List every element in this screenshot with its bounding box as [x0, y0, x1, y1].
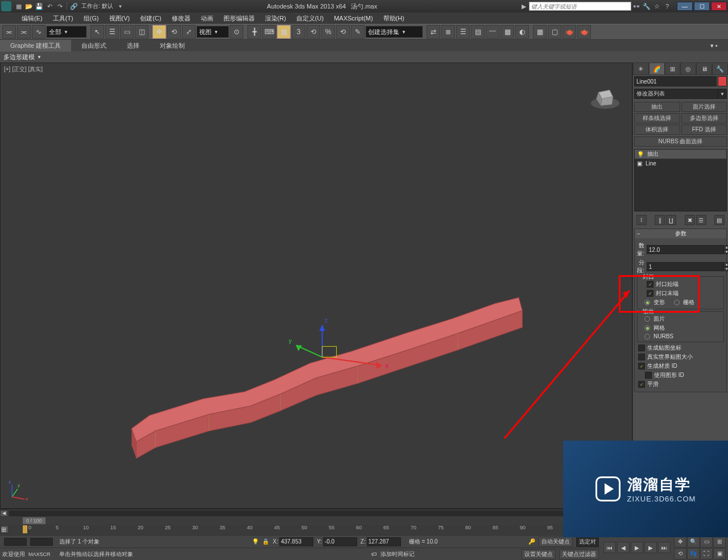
- menu-MAXScript(M)[interactable]: MAXScript(M): [329, 14, 377, 23]
- maximize-button[interactable]: ☐: [694, 2, 710, 11]
- layers-icon[interactable]: ☰: [456, 25, 470, 39]
- spinner-down-icon[interactable]: ▼: [723, 250, 728, 254]
- configure-icon[interactable]: ☰: [696, 215, 706, 225]
- ribbon-tab[interactable]: Graphite 建模工具: [0, 40, 71, 52]
- patch-radio[interactable]: [644, 316, 650, 322]
- prev-frame-icon[interactable]: ◀: [617, 542, 630, 553]
- menu-组(G)[interactable]: 组(G): [79, 13, 104, 24]
- minimize-button[interactable]: —: [677, 2, 693, 11]
- key-marker[interactable]: [23, 525, 27, 533]
- menu-修改器[interactable]: 修改器: [167, 13, 195, 24]
- pin-stack-icon[interactable]: ⟟: [636, 215, 647, 225]
- menu-帮助(H)[interactable]: 帮助(H): [379, 13, 409, 24]
- real-world-checkbox[interactable]: [638, 354, 645, 360]
- script-mini-icon[interactable]: [4, 538, 27, 546]
- selection-filter-combo[interactable]: 全部▼: [47, 26, 86, 38]
- modifier-preset-button[interactable]: 样条线选择: [634, 113, 680, 123]
- render-prod-icon[interactable]: 🫖: [577, 25, 591, 39]
- chevron-down-icon[interactable]: ▼: [116, 2, 125, 11]
- window-crossing-icon[interactable]: ◫: [135, 25, 148, 39]
- eye-icon[interactable]: 💡: [637, 151, 644, 157]
- schematic-icon[interactable]: ▦: [500, 25, 514, 39]
- link-icon[interactable]: 🔗: [69, 2, 78, 11]
- search-input[interactable]: [529, 2, 631, 11]
- frame-indicator[interactable]: 0 / 100: [23, 517, 46, 524]
- keyboard-shortcut-icon[interactable]: ⌨: [262, 25, 276, 39]
- layer-manager-icon[interactable]: ▤: [471, 25, 485, 39]
- nurbs-surface-select-button[interactable]: NURBS 曲面选择: [634, 136, 727, 147]
- ribbon-tab[interactable]: 对象绘制: [150, 40, 195, 52]
- menu-动画[interactable]: 动画: [196, 13, 218, 24]
- snap-2d-icon[interactable]: ▦: [277, 25, 291, 39]
- create-tab-icon[interactable]: ✳: [633, 63, 649, 75]
- pivot-icon[interactable]: ⊙: [230, 25, 243, 39]
- app-menu-icon[interactable]: [3, 14, 16, 23]
- spinner-snap-icon[interactable]: ⟲: [336, 25, 350, 39]
- edit-named-sel-icon[interactable]: ✎: [351, 25, 365, 39]
- menu-渲染(R)[interactable]: 渲染(R): [260, 13, 291, 24]
- bind-tool-icon[interactable]: ∿: [32, 25, 46, 39]
- cap-end-checkbox[interactable]: ✓: [647, 290, 653, 297]
- menu-视图(V)[interactable]: 视图(V): [105, 13, 135, 24]
- ribbon-options-icon[interactable]: ▾ ▪: [700, 40, 728, 51]
- menu-创建(C)[interactable]: 创建(C): [135, 13, 166, 24]
- smooth-checkbox[interactable]: ✓: [638, 381, 645, 388]
- percent-snap-icon[interactable]: %: [321, 25, 335, 39]
- ribbon-tab[interactable]: 自由形式: [71, 40, 117, 52]
- rect-select-icon[interactable]: ▭: [120, 25, 134, 39]
- menu-工具(T)[interactable]: 工具(T): [48, 13, 78, 24]
- scale-tool-icon[interactable]: ⤢: [182, 25, 196, 39]
- modifier-list-combo[interactable]: 修改器列表: [634, 89, 718, 99]
- nav-max-icon[interactable]: ⛶: [700, 548, 713, 559]
- object-name-input[interactable]: [634, 76, 717, 86]
- nav-zoom-icon[interactable]: 🔍: [687, 536, 700, 547]
- undo-icon[interactable]: ↶: [45, 2, 54, 11]
- modifier-stack[interactable]: 💡抽出 ▣Line: [634, 149, 727, 211]
- render-frame-icon[interactable]: ▢: [548, 25, 561, 39]
- arrow-icon[interactable]: ▶: [519, 2, 528, 11]
- nav-fov-icon[interactable]: ▭: [700, 536, 713, 547]
- key-filter-button[interactable]: 关键点过滤器: [559, 549, 599, 559]
- use-shape-id-checkbox[interactable]: [645, 372, 652, 379]
- mesh-radio[interactable]: [644, 325, 650, 331]
- remove-mod-icon[interactable]: ✖: [685, 215, 695, 225]
- nav-orbit-icon[interactable]: ⟲: [674, 548, 686, 559]
- cap-start-checkbox[interactable]: ✓: [647, 281, 653, 288]
- curve-editor-icon[interactable]: 〰: [486, 25, 499, 39]
- modifier-list-dropdown-icon[interactable]: ▼: [718, 89, 727, 99]
- selected-pair-combo[interactable]: 选定对: [576, 537, 599, 547]
- goto-end-icon[interactable]: ⏭: [658, 542, 671, 553]
- star-icon[interactable]: ☆: [652, 2, 661, 11]
- app-icon[interactable]: [1, 1, 11, 11]
- modifier-preset-button[interactable]: FFD 选择: [681, 125, 727, 135]
- stack-options-icon[interactable]: ▤: [714, 215, 725, 225]
- snap-3-icon[interactable]: 3: [292, 25, 305, 39]
- x-coord-input[interactable]: [279, 537, 313, 546]
- mirror-icon[interactable]: ⇄: [427, 25, 440, 39]
- nav-walk-icon[interactable]: 👣: [687, 548, 700, 559]
- spinner-up-icon[interactable]: ▲: [723, 245, 728, 250]
- set-key-button[interactable]: 设置关键点: [522, 549, 556, 559]
- time-tag-icon[interactable]: 🏷: [371, 551, 377, 557]
- ribbon-tab[interactable]: 选择: [117, 40, 150, 52]
- viewport[interactable]: [+] [正交] [真实] x: [0, 63, 632, 509]
- auto-key-button[interactable]: 自动关键点: [539, 537, 573, 547]
- add-time-tag[interactable]: 添加时间标记: [380, 550, 415, 558]
- select-tool-icon[interactable]: ↖: [90, 25, 104, 39]
- isolate-icon[interactable]: 💡: [252, 538, 259, 545]
- redo-icon[interactable]: ↷: [55, 2, 64, 11]
- utilities-tab-icon[interactable]: 🔧: [712, 63, 728, 75]
- z-coord-input[interactable]: [367, 537, 401, 546]
- modifier-preset-button[interactable]: 体积选择: [634, 125, 680, 135]
- nav-zoom-all-icon[interactable]: ⊞: [713, 536, 726, 547]
- unlink-tool-icon[interactable]: ⫘: [17, 25, 31, 39]
- select-name-icon[interactable]: ☰: [105, 25, 119, 39]
- play-icon[interactable]: ▶: [631, 542, 643, 553]
- gen-mapping-checkbox[interactable]: [638, 345, 645, 351]
- object-color-swatch[interactable]: [718, 76, 727, 86]
- ref-coord-combo[interactable]: 视图▼: [197, 26, 229, 38]
- make-unique-icon[interactable]: ∐: [666, 215, 676, 225]
- motion-tab-icon[interactable]: ◎: [680, 63, 696, 75]
- render-icon[interactable]: 🫖: [562, 25, 576, 39]
- angle-snap-icon[interactable]: ⟲: [307, 25, 320, 39]
